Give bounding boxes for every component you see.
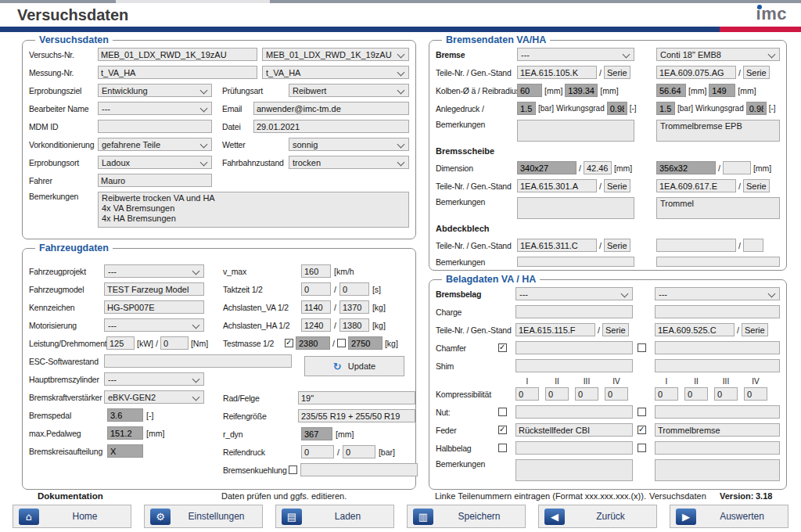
drehmoment-input[interactable] [160, 336, 189, 350]
rad-felge-input[interactable] [298, 391, 415, 404]
chamfer-va-checkbox[interactable] [498, 343, 507, 352]
belag-va-bemerkungen[interactable] [515, 459, 633, 481]
bremse-va-teile-input[interactable] [517, 66, 597, 79]
scheibe-ha-bemerkungen[interactable]: Trommel [656, 197, 780, 219]
erprobungsort-select[interactable]: Ladoux [98, 156, 212, 169]
testmasse-checkbox-2[interactable] [337, 339, 346, 347]
feder-ha-input[interactable] [655, 423, 780, 437]
charge-va-input[interactable] [515, 305, 633, 318]
einstellungen-button[interactable]: ⚙ Einstellungen [144, 505, 263, 528]
vorkonditionierung-select[interactable]: gefahrene Teile [98, 138, 212, 151]
abdeck-ha-bemerkungen[interactable] [656, 257, 780, 267]
leistung-kw-input[interactable] [106, 336, 135, 350]
bremse-ha-bemerkungen[interactable]: Trommelbremse EPB [656, 120, 780, 142]
scheibe-va-bemerkungen[interactable] [517, 197, 634, 219]
halbbelag-ha-checkbox[interactable] [638, 444, 646, 452]
taktzeit-2-input[interactable] [339, 282, 369, 296]
kompress-ha-3-input[interactable] [714, 387, 738, 401]
shim-ha-input[interactable] [655, 359, 780, 372]
bearbeiter-select[interactable]: --- [98, 102, 212, 115]
update-button[interactable]: ↻ Update [304, 356, 404, 376]
achslasten-ha-1-input[interactable] [301, 318, 331, 332]
messung-nr-input[interactable] [98, 66, 257, 79]
scheibe-va-gen-input[interactable] [604, 179, 630, 192]
fahrzeugprojekt-select[interactable]: --- [104, 264, 204, 278]
esc-input[interactable] [104, 354, 292, 368]
pruefungsart-select[interactable]: Reibwert [289, 84, 409, 97]
bremse-ha-gen-input[interactable] [743, 66, 770, 79]
fahrbahnzustand-select[interactable]: trocken [289, 156, 409, 169]
nut-ha-input[interactable] [655, 405, 780, 419]
bremsbelag-ha-select[interactable]: --- [655, 287, 780, 300]
kompress-ha-1-input[interactable] [655, 387, 678, 401]
hauptbremszylinder-select[interactable]: --- [104, 372, 204, 386]
reifengroesse-input[interactable] [298, 409, 415, 422]
versuchs-nr-input[interactable] [98, 48, 257, 61]
kompress-ha-2-input[interactable] [684, 387, 708, 401]
speichern-button[interactable]: ▥ Speichern [407, 505, 526, 528]
abdeck-va-bemerkungen[interactable] [517, 257, 634, 267]
auswerten-button[interactable]: ▶ Auswerten [670, 505, 788, 528]
zurueck-button[interactable]: ◀ Zurück [538, 505, 657, 528]
abdeck-va-teile-input[interactable] [517, 239, 597, 252]
achslasten-ha-2-input[interactable] [339, 318, 369, 332]
belag-ha-teile-input[interactable] [655, 323, 735, 336]
erprobungsziel-select[interactable]: Entwicklung [98, 84, 212, 97]
bremse-ha-select[interactable]: Conti 18" EMB8 [656, 48, 780, 61]
laden-button[interactable]: ▤ Laden [275, 505, 394, 528]
taktzeit-1-input[interactable] [301, 282, 331, 296]
charge-ha-input[interactable] [655, 305, 780, 318]
testmasse-checkbox-1[interactable] [285, 339, 293, 347]
kompress-va-2-input[interactable] [545, 387, 569, 401]
fahrer-input[interactable] [98, 174, 212, 187]
reifendruck-2-input[interactable] [343, 445, 375, 458]
feder-ha-checkbox[interactable] [638, 426, 646, 434]
dimension-ha-2-input[interactable] [723, 161, 751, 174]
belag-va-gen-input[interactable] [602, 323, 629, 336]
achslasten-va-1-input[interactable] [301, 300, 331, 314]
halbbelag-ha-input[interactable] [655, 441, 780, 455]
kompress-ha-4-input[interactable] [744, 387, 767, 401]
kompress-va-1-input[interactable] [515, 387, 539, 401]
feder-va-input[interactable] [515, 423, 633, 437]
chamfer-ha-input[interactable] [655, 341, 780, 354]
nut-va-input[interactable] [515, 405, 633, 419]
belag-va-teile-input[interactable] [515, 323, 595, 336]
kompress-va-3-input[interactable] [575, 387, 598, 401]
belag-ha-gen-input[interactable] [742, 323, 768, 336]
wetter-select[interactable]: sonnig [289, 138, 409, 151]
kompress-va-4-input[interactable] [605, 387, 628, 401]
datei-input[interactable] [253, 120, 409, 133]
bemerkungen-textarea[interactable]: Reibwerte trocken VA und HA 4x VA Bremsu… [98, 192, 409, 228]
scheibe-va-teile-input[interactable] [517, 179, 597, 192]
home-button[interactable]: ⌂ Home [13, 505, 131, 528]
shim-va-input[interactable] [515, 359, 633, 372]
reifendruck-1-input[interactable] [301, 445, 334, 458]
motorisierung-select[interactable]: --- [104, 318, 204, 332]
chamfer-ha-checkbox[interactable] [638, 343, 646, 352]
scheibe-ha-teile-input[interactable] [656, 179, 736, 192]
abdeck-ha-teile-input[interactable] [656, 239, 736, 252]
bremse-ha-teile-input[interactable] [656, 66, 736, 79]
mdm-id-input[interactable] [98, 120, 212, 133]
bremsenkuehlung-checkbox[interactable] [289, 466, 297, 474]
bremse-va-select[interactable]: --- [517, 48, 634, 61]
nut-va-checkbox[interactable] [498, 408, 507, 416]
abdeck-va-gen-input[interactable] [604, 239, 630, 252]
email-field[interactable] [253, 102, 409, 115]
abdeck-ha-gen-input[interactable] [743, 239, 763, 252]
bremse-va-gen-input[interactable] [604, 66, 630, 79]
bremsenkuehlung-input[interactable] [300, 463, 418, 476]
messung-nr-select[interactable]: t_VA_HA [262, 66, 409, 79]
versuchs-nr-select[interactable]: MEB_01_LDX_RWD_1K_19zAU [262, 48, 409, 61]
bremse-va-bemerkungen[interactable] [517, 120, 634, 142]
bremskraftverstaerker-select[interactable]: eBKV-GEN2 [104, 390, 204, 404]
chamfer-va-input[interactable] [515, 341, 633, 354]
fahrzeugmodel-input[interactable] [104, 282, 204, 296]
nut-ha-checkbox[interactable] [638, 408, 646, 416]
feder-va-checkbox[interactable] [498, 426, 507, 434]
kennzeichen-input[interactable] [104, 300, 204, 314]
dimension-va-2-input[interactable] [584, 161, 612, 174]
achslasten-va-2-input[interactable] [339, 300, 369, 314]
bremsbelag-va-select[interactable]: --- [515, 287, 633, 300]
